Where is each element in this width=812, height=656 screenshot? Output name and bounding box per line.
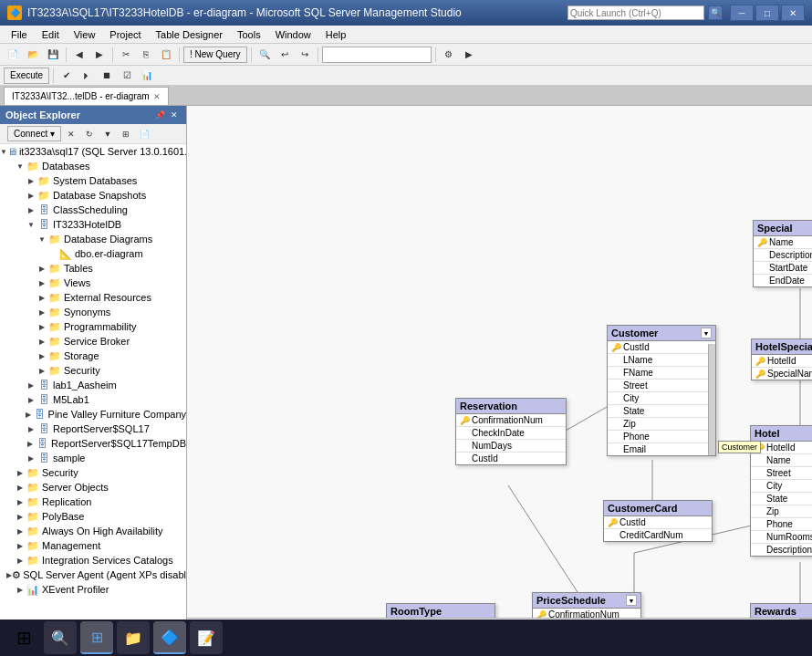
menu-table-designer[interactable]: Table Designer	[149, 27, 230, 42]
toolbar-paste-btn[interactable]: 📋	[157, 47, 175, 63]
sync-btn[interactable]: ⊞	[118, 127, 134, 141]
menu-project[interactable]: Project	[102, 27, 148, 42]
tree-item-prog[interactable]: ▶ 📁 Programmability	[0, 319, 186, 334]
tree-item-hoteldb[interactable]: ▼ 🗄 IT3233HotelDB	[0, 217, 186, 232]
toolbar-db-input[interactable]	[322, 47, 432, 63]
toggle-sample[interactable]: ▶	[26, 454, 36, 463]
toggle-classscheduling[interactable]: ▶	[26, 206, 36, 214]
toggle-pinevalley[interactable]: ▶	[23, 411, 33, 419]
menu-file[interactable]: File	[4, 27, 35, 42]
toggle-security-db[interactable]: ▶	[36, 367, 47, 375]
tree-item-reporttemp[interactable]: ▶ 🗄 ReportServer$SQL17TempDB	[0, 436, 186, 451]
tree-item-server[interactable]: ▼ 🖥 it3233a\sql17 (SQL Server 13.0.1601.…	[0, 144, 186, 159]
toolbar-redo-btn[interactable]: ↪	[296, 47, 314, 63]
menu-view[interactable]: View	[67, 27, 103, 42]
tree-item-alwayson[interactable]: ▶ 📁 Always On High Availability	[0, 524, 186, 538]
tree-item-integration[interactable]: ▶ 📁 Integration Services Catalogs	[0, 553, 186, 567]
tree-item-xevent[interactable]: ▶ 📊 XEvent Profiler	[0, 582, 186, 597]
tab-er-diagram[interactable]: IT3233A\IT32...telDB - er-diagram ✕	[4, 87, 169, 105]
filter-btn[interactable]: ▼	[99, 127, 116, 141]
taskbar-taskview[interactable]: ⊞	[80, 621, 113, 654]
toggle-polybase[interactable]: ▶	[15, 513, 26, 521]
ps-scroll[interactable]: ▼	[626, 595, 637, 606]
toolbar-save-btn[interactable]: 💾	[44, 47, 62, 63]
new-query-explorer-btn[interactable]: 📄	[136, 127, 152, 141]
toggle-tables[interactable]: ▶	[36, 265, 47, 273]
tree-item-m5lab1[interactable]: ▶ 🗄 M5Lab1	[0, 392, 186, 407]
toggle-broker[interactable]: ▶	[36, 338, 47, 346]
toggle-replication[interactable]: ▶	[15, 498, 26, 506]
refresh-btn[interactable]: ↻	[81, 127, 98, 141]
taskbar-ssms[interactable]: 🔷	[153, 621, 186, 654]
er-table-reservation[interactable]: Reservation 🔑ConfirmationNum CheckInDate…	[455, 398, 567, 465]
tree-item-sample[interactable]: ▶ 🗄 sample	[0, 451, 186, 465]
toolbar-fwd-btn[interactable]: ▶	[90, 47, 109, 63]
tree-item-security-top[interactable]: ▶ 📁 Security	[0, 465, 186, 480]
toolbar-cut-btn[interactable]: ✂	[117, 47, 135, 63]
toolbar-copy-btn[interactable]: ⎘	[137, 47, 155, 63]
toolbar-run-btn[interactable]: ▶	[460, 47, 478, 63]
toggle-snapshots[interactable]: ▶	[26, 192, 36, 200]
tree-item-server-objects[interactable]: ▶ 📁 Server Objects	[0, 480, 186, 495]
diagram-canvas[interactable]: Special ▼ 🔑Name Description StartDate En…	[187, 106, 812, 618]
minimize-button[interactable]: ─	[730, 5, 754, 21]
toggle-prog[interactable]: ▶	[36, 323, 47, 331]
connect-button[interactable]: Connect ▾	[7, 126, 61, 141]
sql-debug-btn[interactable]: ⏵	[78, 68, 96, 84]
sql-parse-btn[interactable]: ✔	[57, 68, 76, 84]
taskbar-sticky[interactable]: 📝	[190, 621, 223, 654]
taskbar-search[interactable]: 🔍	[44, 621, 77, 654]
quick-launch-search-icon[interactable]: 🔍	[708, 5, 723, 20]
tab-close-icon[interactable]: ✕	[153, 92, 161, 101]
toggle-server-objects[interactable]: ▶	[15, 484, 26, 492]
menu-help[interactable]: Help	[318, 27, 354, 42]
er-table-hotelspecial[interactable]: HotelSpecial 🔑HotelId 🔑SpecialName	[751, 338, 812, 380]
sql-include-btn[interactable]: ☑	[118, 68, 136, 84]
toggle-storage[interactable]: ▶	[36, 352, 47, 360]
tree-item-storage[interactable]: ▶ 📁 Storage	[0, 349, 186, 363]
toolbar-open-btn[interactable]: 📂	[24, 47, 42, 63]
toggle-external[interactable]: ▶	[36, 294, 47, 302]
toolbar-undo-btn[interactable]: ↩	[276, 47, 294, 63]
toggle-server[interactable]: ▼	[0, 148, 7, 156]
toggle-hoteldb[interactable]: ▼	[26, 221, 36, 229]
toggle-reporttemp[interactable]: ▶	[25, 440, 36, 448]
er-table-special[interactable]: Special ▼ 🔑Name Description StartDate En…	[753, 220, 812, 287]
close-button[interactable]: ✕	[781, 5, 805, 21]
execute-button[interactable]: Execute	[4, 68, 49, 84]
tree-item-db-diagrams[interactable]: ▼ 📁 Database Diagrams	[0, 232, 186, 246]
panel-pin-btn[interactable]: 📌	[153, 109, 166, 121]
sql-stop-btn[interactable]: ⏹	[98, 68, 116, 84]
toggle-views[interactable]: ▶	[36, 279, 47, 287]
tree-item-replication[interactable]: ▶ 📁 Replication	[0, 495, 186, 509]
toggle-system-db[interactable]: ▶	[26, 177, 36, 185]
toggle-xevent[interactable]: ▶	[15, 586, 26, 594]
toggle-lab1[interactable]: ▶	[26, 381, 36, 390]
tree-item-databases[interactable]: ▼ 📁 Databases	[0, 159, 186, 173]
tree-item-reportserver[interactable]: ▶ 🗄 ReportServer$SQL17	[0, 422, 186, 436]
quick-launch-input[interactable]	[567, 5, 704, 20]
er-table-customercard[interactable]: CustomerCard 🔑CustId CreditCardNum	[603, 500, 713, 542]
tree-item-lab1[interactable]: ▶ 🗄 lab1_Aasheim	[0, 378, 186, 392]
tree-item-pinevalley[interactable]: ▶ 🗄 Pine Valley Furniture Company	[0, 407, 186, 422]
toggle-security-top[interactable]: ▶	[15, 469, 26, 477]
er-table-customer[interactable]: Customer ▼ 🔑CustId LName FName Street Ci…	[607, 325, 716, 456]
toggle-reportserver[interactable]: ▶	[26, 425, 36, 433]
tree-view[interactable]: ▼ 🖥 it3233a\sql17 (SQL Server 13.0.1601.…	[0, 144, 186, 630]
tree-item-agent[interactable]: ▶ ⚙ SQL Server Agent (Agent XPs disabl	[0, 567, 186, 582]
toggle-alwayson[interactable]: ▶	[15, 527, 26, 536]
restore-button[interactable]: □	[755, 5, 779, 21]
customer-scroll[interactable]: ▼	[701, 328, 712, 338]
toggle-management[interactable]: ▶	[15, 542, 26, 550]
toolbar-find-btn[interactable]: 🔍	[255, 47, 274, 63]
tree-item-polybase[interactable]: ▶ 📁 PolyBase	[0, 509, 186, 524]
tree-item-classscheduling[interactable]: ▶ 🗄 ClassScheduling	[0, 203, 186, 217]
tree-item-security-db[interactable]: ▶ 📁 Security	[0, 363, 186, 378]
er-table-roomtype[interactable]: RoomType 🔑Type Description	[386, 603, 495, 618]
toggle-m5lab1[interactable]: ▶	[26, 396, 36, 404]
disconnect-btn[interactable]: ✕	[63, 127, 79, 141]
new-query-button[interactable]: ! New Query	[183, 47, 247, 63]
tree-item-broker[interactable]: ▶ 📁 Service Broker	[0, 334, 186, 349]
taskbar-explorer[interactable]: 📁	[117, 621, 150, 654]
toolbar-back-btn[interactable]: ◀	[70, 47, 88, 63]
